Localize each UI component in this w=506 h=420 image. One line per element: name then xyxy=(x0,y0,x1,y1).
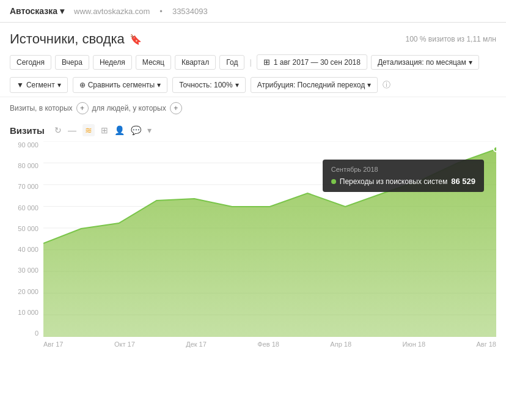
x-label-oct17: Окт 17 xyxy=(114,341,135,348)
calendar-icon: ⊞ xyxy=(263,57,270,67)
y-label-0: 0 xyxy=(10,330,43,337)
y-label-1: 10 000 xyxy=(10,309,43,316)
bookmark-icon[interactable]: 🔖 xyxy=(130,34,142,45)
chart-area: 90 000 80 000 70 000 60 000 50 000 40 00… xyxy=(10,141,496,355)
site-name-dropdown[interactable]: Автосказка ▾ xyxy=(10,6,64,16)
compare-icon[interactable]: — xyxy=(68,125,76,135)
svg-point-11 xyxy=(494,147,496,152)
chevron-down-icon: ▾ xyxy=(367,81,371,89)
detail-label: Детализация: по месяцам xyxy=(378,58,466,67)
y-label-4: 40 000 xyxy=(10,246,43,253)
chevron-down-icon: ▾ xyxy=(235,81,239,89)
comment-icon[interactable]: 💬 xyxy=(131,125,141,135)
detail-dropdown[interactable]: Детализация: по месяцам ▾ xyxy=(371,55,479,70)
chevron-down-icon: ▾ xyxy=(469,58,472,67)
page-title: Источники, сводка xyxy=(10,31,125,47)
period-today[interactable]: Сегодня xyxy=(10,55,51,70)
chevron-down-icon[interactable]: ▾ xyxy=(147,125,152,135)
top-bar: Автосказка ▾ www.avtoskazka.com • 335340… xyxy=(0,0,506,23)
visits-info: 100 % визитов из 1,11 млн xyxy=(406,35,497,43)
segment-label: Сегмент xyxy=(26,81,55,89)
date-controls: Сегодня Вчера Неделя Месяц Квартал Год |… xyxy=(0,51,506,73)
period-yesterday[interactable]: Вчера xyxy=(55,55,89,70)
chart-header: Визиты ↻ — ≋ ⊞ 👤 💬 ▾ xyxy=(0,119,506,141)
chart-title: Визиты xyxy=(10,125,45,136)
accuracy-label: Точность: 100% xyxy=(179,81,232,89)
add-people-condition[interactable]: + xyxy=(170,102,182,114)
main-header: Источники, сводка 🔖 100 % визитов из 1,1… xyxy=(0,23,506,51)
bar-chart-icon[interactable]: ⊞ xyxy=(101,125,108,135)
x-label-aug18: Авг 18 xyxy=(476,341,496,348)
y-label-8: 80 000 xyxy=(10,162,43,169)
compare-label: Сравнить сегменты xyxy=(88,81,155,89)
filter-bar: ▼ Сегмент ▾ ⊕ Сравнить сегменты ▾ Точнос… xyxy=(0,73,506,97)
segment-button[interactable]: ▼ Сегмент ▾ xyxy=(10,77,68,93)
people-label: для людей, у которых xyxy=(92,104,166,112)
compare-icon: ⊕ xyxy=(79,81,86,89)
period-week[interactable]: Неделя xyxy=(93,55,132,70)
y-label-5: 50 000 xyxy=(10,225,43,232)
visits-label: Визиты, в которых xyxy=(10,104,73,112)
chevron-down-icon: ▾ xyxy=(157,81,161,89)
x-label-dec17: Дек 17 xyxy=(186,341,207,348)
x-label-aug17: Авг 17 xyxy=(43,341,63,348)
x-label-jun18: Июн 18 xyxy=(403,341,426,348)
y-label-6: 60 000 xyxy=(10,204,43,212)
attribution-button[interactable]: Атрибуция: Последний переход ▾ xyxy=(251,77,378,93)
chevron-icon: ▾ xyxy=(60,6,64,16)
info-icon[interactable]: ⓘ xyxy=(383,79,391,90)
add-visit-condition[interactable]: + xyxy=(76,102,89,114)
date-range-label: 1 авг 2017 — 30 сен 2018 xyxy=(274,58,361,67)
x-label-apr18: Апр 18 xyxy=(330,341,351,348)
separator: • xyxy=(160,7,163,16)
site-url: www.avtoskazka.com xyxy=(74,7,150,16)
x-axis: Авг 17 Окт 17 Дек 17 Фев 18 Апр 18 Июн 1… xyxy=(43,337,496,355)
y-label-7: 70 000 xyxy=(10,183,43,190)
segment-row: Визиты, в которых + для людей, у которых… xyxy=(0,97,506,119)
y-label-3: 30 000 xyxy=(10,267,43,274)
x-label-feb18: Фев 18 xyxy=(257,341,279,348)
period-quarter[interactable]: Квартал xyxy=(175,55,216,70)
y-axis: 90 000 80 000 70 000 60 000 50 000 40 00… xyxy=(10,141,43,337)
chart-inner: Сентябрь 2018 Переходы из поисковых сист… xyxy=(43,141,496,337)
chart-svg xyxy=(43,141,496,337)
y-label-2: 20 000 xyxy=(10,288,43,295)
attribution-label: Атрибуция: Последний переход xyxy=(257,81,365,89)
filter-icon: ▼ xyxy=(16,81,24,89)
area-chart-icon[interactable]: ≋ xyxy=(82,124,95,136)
site-id: 33534093 xyxy=(172,7,208,16)
refresh-icon[interactable]: ↻ xyxy=(54,125,62,135)
chevron-down-icon: ▾ xyxy=(57,81,61,89)
y-label-9: 90 000 xyxy=(10,141,43,149)
period-year[interactable]: Год xyxy=(219,55,244,70)
compare-segments-button[interactable]: ⊕ Сравнить сегменты ▾ xyxy=(73,77,168,93)
date-range-picker[interactable]: ⊞ 1 авг 2017 — 30 сен 2018 xyxy=(257,54,367,70)
site-name-label: Автосказка xyxy=(10,6,57,16)
people-icon[interactable]: 👤 xyxy=(114,125,125,135)
period-month[interactable]: Месяц xyxy=(136,55,171,70)
accuracy-button[interactable]: Точность: 100% ▾ xyxy=(172,77,245,93)
